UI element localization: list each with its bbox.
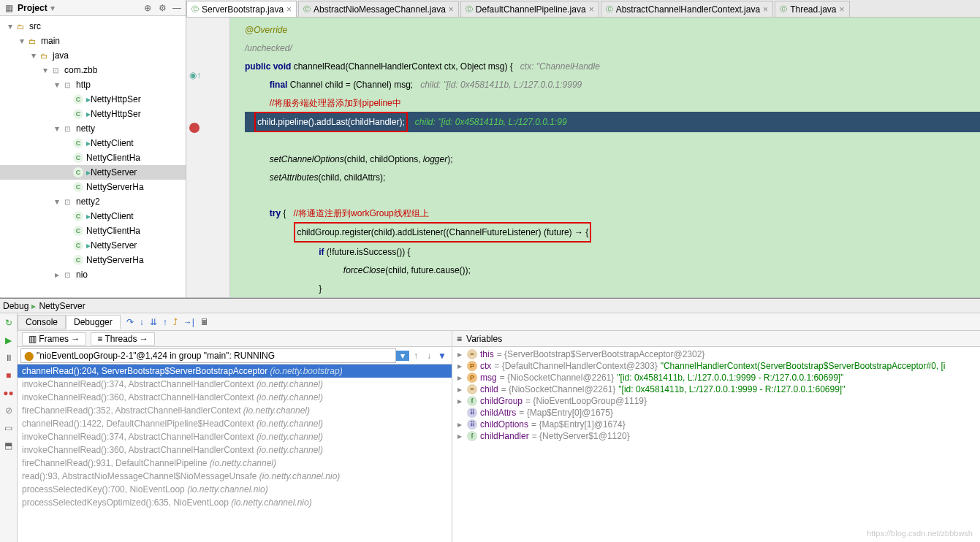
- tree-node[interactable]: ▾⊡netty2: [0, 194, 186, 209]
- close-icon[interactable]: ×: [763, 4, 768, 15]
- expand-icon[interactable]: ▸: [455, 396, 464, 406]
- tree-node[interactable]: ▾⊡com.zbb: [0, 63, 186, 77]
- step-into-button[interactable]: ↓: [140, 317, 144, 327]
- stack-frame[interactable]: invokeChannelRead():374, AbstractChannel…: [18, 430, 452, 443]
- stack-frame[interactable]: fireChannelRead():352, AbstractChannelHa…: [18, 404, 452, 417]
- breakpoint-icon[interactable]: [189, 123, 200, 133]
- expand-icon[interactable]: ▾: [18, 36, 26, 46]
- tab-console[interactable]: Console: [18, 315, 66, 329]
- settings-icon[interactable]: ⚙: [156, 2, 168, 14]
- tree-node[interactable]: C▸NettyServer: [0, 165, 186, 180]
- next-frame-button[interactable]: ↓: [422, 351, 436, 361]
- expand-icon[interactable]: ▸: [455, 349, 464, 359]
- tree-node[interactable]: ▾🗀main: [0, 34, 186, 48]
- thread-dropdown-icon[interactable]: ▾: [396, 351, 409, 361]
- code-editor[interactable]: ◉↑ @Override /unchecked/ public void cha…: [186, 18, 980, 297]
- expand-icon[interactable]: ▾: [53, 196, 61, 207]
- frames-tab[interactable]: ▥ Frames →: [22, 332, 86, 346]
- variable-row[interactable]: ▸⠿childOptions = {Map$Entry[1]@1674}: [452, 419, 980, 430]
- step-over-button[interactable]: ↷: [126, 317, 134, 327]
- tree-node[interactable]: ▸⊡nio: [0, 267, 186, 282]
- tree-node[interactable]: C▸NettyServer: [0, 238, 186, 253]
- editor-tab[interactable]: ⒸAbstractNioMessageChannel.java×: [298, 1, 459, 17]
- pin-button[interactable]: ⬒: [2, 439, 15, 452]
- stack-frame[interactable]: fireChannelRead():931, DefaultChannelPip…: [18, 457, 452, 470]
- stack-frame[interactable]: channelRead():204, ServerBootstrap$Serve…: [18, 364, 452, 378]
- variable-row[interactable]: ▸Pctx = {DefaultChannelHandlerContext@23…: [452, 360, 980, 372]
- expand-icon[interactable]: ▸: [455, 361, 464, 371]
- tree-node[interactable]: ▾🗀java: [0, 48, 186, 63]
- tree-node[interactable]: CNettyClientHa: [0, 150, 186, 165]
- settings-button[interactable]: ▭: [2, 421, 15, 435]
- stack-frame[interactable]: read():93, AbstractNioMessageChannel$Nio…: [18, 470, 452, 483]
- frames-list[interactable]: channelRead():204, ServerBootstrap$Serve…: [18, 364, 452, 542]
- frame-package: (io.netty.channel.nio): [187, 484, 268, 495]
- variables-list[interactable]: ▸=this = {ServerBootstrap$ServerBootstra…: [452, 347, 980, 542]
- tree-node[interactable]: C▸NettyHttpSer: [0, 92, 186, 107]
- editor-tab[interactable]: ⒸThread.java×: [775, 1, 849, 17]
- pause-button[interactable]: ⏸: [2, 351, 15, 364]
- project-tree[interactable]: ▾🗀src▾🗀main▾🗀java▾⊡com.zbb▾⊡httpC▸NettyH…: [0, 16, 186, 297]
- expand-icon[interactable]: ▾: [41, 65, 50, 75]
- tree-node[interactable]: C▸NettyHttpSer: [0, 107, 186, 121]
- stack-frame[interactable]: channelRead():1422, DefaultChannelPipeli…: [18, 417, 452, 430]
- tree-node[interactable]: CNettyClientHa: [0, 224, 186, 238]
- collapse-icon[interactable]: ⊕: [142, 2, 153, 14]
- variable-row[interactable]: ▸=child = {NioSocketChannel@2261} "[id: …: [452, 383, 980, 395]
- filter-frames-button[interactable]: ▼: [436, 351, 449, 361]
- tree-node[interactable]: C▸NettyClient: [0, 136, 186, 150]
- variable-row[interactable]: ⠿childAttrs = {Map$Entry[0]@1675}: [452, 407, 980, 419]
- stack-frame[interactable]: processSelectedKeysOptimized():635, NioE…: [18, 496, 452, 509]
- editor-tab[interactable]: ⒸServerBootstrap.java×: [186, 1, 297, 17]
- tree-node[interactable]: CNettyServerHa: [0, 180, 186, 194]
- expand-icon[interactable]: ▾: [6, 21, 15, 31]
- drop-frame-button[interactable]: ⤴: [173, 317, 178, 327]
- rerun-button[interactable]: ↻: [2, 316, 15, 329]
- editor-tab[interactable]: ⒸAbstractChannelHandlerContext.java×: [601, 1, 773, 17]
- mute-breakpoints-button[interactable]: ⊘: [2, 404, 15, 417]
- stack-frame[interactable]: processSelectedKey():700, NioEventLoop (…: [18, 483, 452, 496]
- expand-icon[interactable]: ▾: [53, 123, 61, 134]
- threads-tab[interactable]: ≡ Threads →: [91, 332, 155, 346]
- tree-node[interactable]: ▾⊡http: [0, 77, 186, 92]
- code-content[interactable]: @Override /unchecked/ public void channe…: [230, 18, 980, 297]
- expand-icon[interactable]: ▸: [455, 373, 464, 383]
- override-icon[interactable]: ◉↑: [189, 70, 200, 80]
- hide-icon[interactable]: —: [171, 2, 183, 14]
- stack-frame[interactable]: invokeChannelRead():360, AbstractChannel…: [18, 443, 452, 457]
- expand-icon[interactable]: ▸: [53, 270, 61, 280]
- stack-frame[interactable]: invokeChannelRead():374, AbstractChannel…: [18, 378, 452, 391]
- thread-selector[interactable]: ⬤"nioEventLoopGroup-2-1"@1,424 in group …: [18, 347, 452, 364]
- view-breakpoints-button[interactable]: ●●: [2, 386, 15, 400]
- dropdown-icon[interactable]: ▾: [50, 3, 55, 13]
- expand-icon[interactable]: ▾: [29, 50, 38, 61]
- tab-debugger[interactable]: Debugger: [66, 315, 121, 329]
- stack-frame[interactable]: invokeChannelRead():360, AbstractChannel…: [18, 391, 452, 404]
- force-step-into-button[interactable]: ⇊: [150, 317, 157, 327]
- expand-icon[interactable]: ▸: [455, 384, 464, 394]
- variable-row[interactable]: ▸fchildGroup = {NioEventLoopGroup@1119}: [452, 395, 980, 407]
- close-icon[interactable]: ×: [589, 4, 594, 15]
- gutter[interactable]: ◉↑: [186, 18, 230, 297]
- tree-node[interactable]: CNettyServerHa: [0, 253, 186, 267]
- prev-frame-button[interactable]: ↑: [409, 351, 422, 361]
- stop-button[interactable]: ■: [2, 369, 15, 382]
- variable-row[interactable]: ▸=this = {ServerBootstrap$ServerBootstra…: [452, 348, 980, 360]
- close-icon[interactable]: ×: [840, 4, 845, 15]
- expand-icon[interactable]: ▾: [53, 80, 61, 90]
- expand-icon[interactable]: ▸: [455, 419, 464, 430]
- close-icon[interactable]: ×: [449, 4, 454, 15]
- tree-node[interactable]: C▸NettyClient: [0, 209, 186, 224]
- variable-row[interactable]: ▸fchildHandler = {NettyServer$1@1120}: [452, 430, 980, 442]
- debug-config[interactable]: NettyServer: [39, 301, 85, 311]
- expand-icon[interactable]: ▸: [455, 431, 464, 441]
- run-to-cursor-button[interactable]: →|: [183, 317, 194, 327]
- evaluate-button[interactable]: 🖩: [200, 317, 209, 327]
- close-icon[interactable]: ×: [286, 4, 292, 15]
- tree-node[interactable]: ▾🗀src: [0, 19, 186, 34]
- resume-button[interactable]: ▶: [2, 334, 15, 347]
- step-out-button[interactable]: ↑: [163, 317, 167, 327]
- tree-node[interactable]: ▾⊡netty: [0, 121, 186, 136]
- variable-row[interactable]: ▸Pmsg = {NioSocketChannel@2261} "[id: 0x…: [452, 372, 980, 383]
- editor-tab[interactable]: ⒸDefaultChannelPipeline.java×: [460, 1, 599, 17]
